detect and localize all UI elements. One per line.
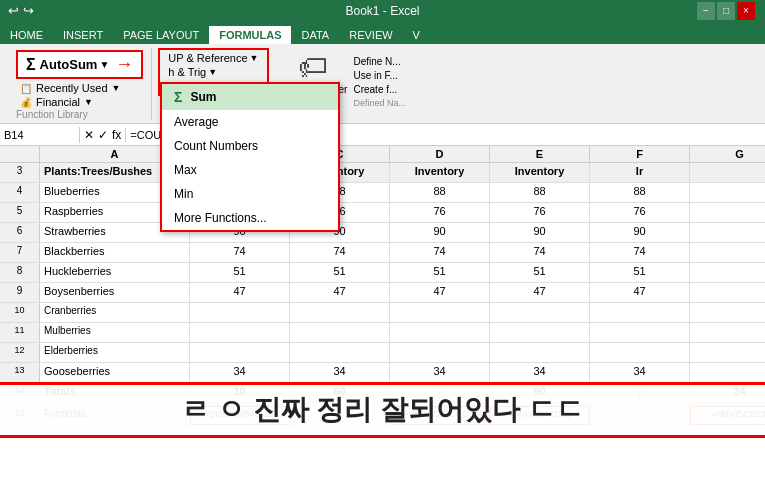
cell-g13 — [690, 363, 765, 382]
cell-a7[interactable]: Blackberries — [40, 243, 190, 262]
name-manager-icon: 🏷 — [298, 52, 328, 82]
cell-d13[interactable]: 34 — [390, 363, 490, 382]
tab-view[interactable]: V — [403, 26, 430, 44]
use-in-formula-option[interactable]: Use in F... — [353, 70, 406, 81]
create-from-selection-option[interactable]: Create f... — [353, 84, 406, 95]
cell-d4[interactable]: 88 — [390, 183, 490, 202]
trig-arrow: ▼ — [208, 67, 217, 77]
cell-e7[interactable]: 74 — [490, 243, 590, 262]
dropdown-count-numbers[interactable]: Count Numbers — [162, 134, 338, 158]
cell-b12 — [190, 343, 290, 362]
maximize-btn[interactable]: □ — [717, 2, 735, 20]
row-num: 9 — [0, 283, 40, 302]
cell-f5[interactable]: 76 — [590, 203, 690, 222]
cell-f8[interactable]: 51 — [590, 263, 690, 282]
cell-g4 — [690, 183, 765, 202]
financial-button[interactable]: 💰 Financial ▼ — [16, 95, 97, 109]
row-num: 6 — [0, 223, 40, 242]
dropdown-max[interactable]: Max — [162, 158, 338, 182]
col-header-e: E — [490, 146, 590, 162]
redo-btn[interactable]: ↪ — [23, 3, 34, 18]
cell-c13[interactable]: 34 — [290, 363, 390, 382]
autosum-dropdown-menu: Σ Sum Average Count Numbers Max Min More… — [160, 82, 340, 232]
cell-e3[interactable]: Inventory — [490, 163, 590, 182]
insert-function-icon[interactable]: fx — [112, 128, 121, 142]
undo-btn[interactable]: ↩ — [8, 3, 19, 18]
cell-c9[interactable]: 47 — [290, 283, 390, 302]
cell-f9[interactable]: 47 — [590, 283, 690, 302]
cell-c8[interactable]: 51 — [290, 263, 390, 282]
cell-e8[interactable]: 51 — [490, 263, 590, 282]
cell-d8[interactable]: 51 — [390, 263, 490, 282]
cell-f12 — [590, 343, 690, 362]
dropdown-average-label: Average — [174, 115, 218, 129]
cell-g11 — [690, 323, 765, 342]
window-title: Book1 - Excel — [345, 4, 419, 18]
cell-e4[interactable]: 88 — [490, 183, 590, 202]
cell-e5[interactable]: 76 — [490, 203, 590, 222]
dropdown-sum[interactable]: Σ Sum — [162, 84, 338, 110]
table-row: 11 Mulberries — [0, 323, 765, 343]
define-name-option[interactable]: Define N... — [353, 56, 406, 67]
group-label-function-library: Function Library — [16, 109, 88, 120]
cell-e11 — [490, 323, 590, 342]
recently-used-button[interactable]: 📋 Recently Used ▼ — [16, 81, 124, 95]
cell-e9[interactable]: 47 — [490, 283, 590, 302]
up-reference-button[interactable]: UP & Reference ▼ — [168, 52, 258, 64]
col-header-d: D — [390, 146, 490, 162]
autosum-dropdown-arrow[interactable]: ▼ — [99, 59, 109, 70]
tab-insert[interactable]: INSERT — [53, 26, 113, 44]
quick-access-toolbar: ↩ ↪ — [8, 3, 34, 18]
tab-formulas[interactable]: FORMULAS — [209, 26, 291, 44]
tab-home[interactable]: HOME — [0, 26, 53, 44]
cell-f13[interactable]: 34 — [590, 363, 690, 382]
cell-f6[interactable]: 90 — [590, 223, 690, 242]
dropdown-min-label: Min — [174, 187, 193, 201]
cell-d9[interactable]: 47 — [390, 283, 490, 302]
up-reference-label: UP & Reference — [168, 52, 247, 64]
dropdown-average[interactable]: Average — [162, 110, 338, 134]
cell-a11[interactable]: Mulberries — [40, 323, 190, 342]
cell-g8 — [690, 263, 765, 282]
trig-label: h & Trig — [168, 66, 206, 78]
close-btn[interactable]: × — [737, 2, 755, 20]
row-num: 5 — [0, 203, 40, 222]
trig-button[interactable]: h & Trig ▼ — [168, 66, 258, 78]
cell-a9[interactable]: Boysenberries — [40, 283, 190, 302]
dropdown-min[interactable]: Min — [162, 182, 338, 206]
cell-a8[interactable]: Huckleberries — [40, 263, 190, 282]
cell-a12[interactable]: Elderberries — [40, 343, 190, 362]
window-controls: − □ × — [697, 2, 755, 20]
cell-a13[interactable]: Gooseberries — [40, 363, 190, 382]
cell-d3[interactable]: Inventory — [390, 163, 490, 182]
cell-f11 — [590, 323, 690, 342]
confirm-formula-icon[interactable]: ✓ — [98, 128, 108, 142]
tab-page-layout[interactable]: PAGE LAYOUT — [113, 26, 209, 44]
cell-b7[interactable]: 74 — [190, 243, 290, 262]
table-row: 8 Huckleberries 51 51 51 51 51 — [0, 263, 765, 283]
overlay-text: ㄹ ㅇ 진짜 정리 잘되어있다 ㄷㄷ — [181, 394, 584, 425]
dropdown-count-label: Count Numbers — [174, 139, 258, 153]
cell-b8[interactable]: 51 — [190, 263, 290, 282]
cell-d7[interactable]: 74 — [390, 243, 490, 262]
cell-f4[interactable]: 88 — [590, 183, 690, 202]
cell-c7[interactable]: 74 — [290, 243, 390, 262]
cell-b13[interactable]: 34 — [190, 363, 290, 382]
cell-d6[interactable]: 90 — [390, 223, 490, 242]
cell-a10[interactable]: Cranberries — [40, 303, 190, 322]
cell-b9[interactable]: 47 — [190, 283, 290, 302]
dropdown-more-functions[interactable]: More Functions... — [162, 206, 338, 230]
cell-e6[interactable]: 90 — [490, 223, 590, 242]
autosum-button[interactable]: Σ AutoSum ▼ → — [16, 50, 143, 79]
cell-g12 — [690, 343, 765, 362]
cancel-formula-icon[interactable]: ✕ — [84, 128, 94, 142]
cell-e13[interactable]: 34 — [490, 363, 590, 382]
name-box[interactable]: B14 — [0, 127, 80, 143]
tab-data[interactable]: DATA — [291, 26, 339, 44]
cell-f7[interactable]: 74 — [590, 243, 690, 262]
tab-review[interactable]: REVIEW — [339, 26, 402, 44]
financial-arrow: ▼ — [84, 97, 93, 107]
cell-f3[interactable]: Ir — [590, 163, 690, 182]
cell-d5[interactable]: 76 — [390, 203, 490, 222]
minimize-btn[interactable]: − — [697, 2, 715, 20]
